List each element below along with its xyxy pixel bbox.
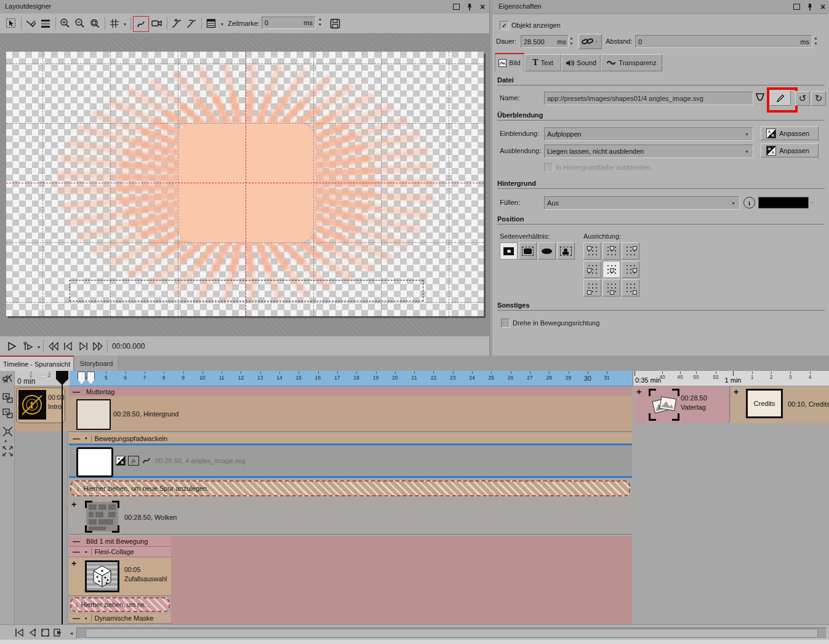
select-tool-button[interactable]	[4, 16, 18, 31]
maximize-icon[interactable]	[451, 2, 461, 12]
zoom-in-button[interactable]	[58, 16, 73, 31]
goto-start-button[interactable]	[14, 627, 25, 638]
align-bottom-center-button[interactable]	[603, 279, 620, 296]
group-header-bewegungspfad[interactable]: — • Bewegungspfadwackeln	[69, 433, 632, 443]
vatertag-thumbnail[interactable]	[650, 390, 678, 419]
scroll-left-arrow[interactable]: ◂	[68, 628, 75, 638]
group-header-flexi[interactable]: — • Flexi-Collage	[69, 547, 171, 557]
grid-dropdown-arrow[interactable]: ▼	[122, 21, 128, 27]
credits-thumbnail[interactable]: Credits	[746, 389, 783, 418]
hintergrund-thumbnail[interactable]	[76, 399, 111, 430]
ausblendung-anpassen-button[interactable]: BA Anpassen	[761, 143, 819, 157]
layers-button[interactable]	[38, 16, 53, 31]
ruler-seconds[interactable]: 4567891011121314151617181920212223242526…	[70, 371, 633, 386]
grid-button[interactable]	[107, 16, 122, 31]
pin-icon[interactable]	[805, 2, 815, 12]
expand-tracks-button[interactable]	[1, 445, 14, 457]
next-frame-button[interactable]	[76, 340, 90, 352]
expand-icon[interactable]: +	[734, 387, 739, 397]
play-from-marker-button[interactable]	[21, 340, 36, 352]
mute-track-button[interactable]	[1, 373, 14, 385]
align-bottom-left-button[interactable]	[583, 279, 601, 296]
drehe-checkbox[interactable]	[501, 319, 510, 328]
toolbar-caret-icon[interactable]: ▸	[5, 439, 7, 443]
ausblendung-dropdown[interactable]: Liegen lassen, nicht ausblenden ▼	[544, 145, 753, 158]
collapse-icon[interactable]: —	[73, 435, 80, 442]
collapse-icon[interactable]: —	[73, 389, 80, 395]
rotate-ccw-button[interactable]: ↺	[795, 91, 810, 106]
aspect-crop-button[interactable]	[557, 242, 575, 260]
align-middle-left-button[interactable]	[583, 261, 601, 278]
wolken-thumbnail[interactable]	[86, 502, 118, 531]
einblendung-anpassen-button[interactable]: AB Anpassen	[761, 126, 819, 140]
remove-curve-button[interactable]	[184, 16, 199, 31]
objekt-anzeigen-checkbox[interactable]: ✓	[500, 21, 509, 30]
close-icon[interactable]: ×	[478, 2, 487, 12]
dauer-input[interactable]: 28.500 ms	[521, 35, 569, 48]
collapse-icon[interactable]: —	[73, 538, 80, 544]
play-options-dropdown-arrow[interactable]: ▼	[36, 344, 42, 350]
shape-mask-button[interactable]	[753, 90, 767, 105]
maximize-icon[interactable]	[791, 2, 801, 12]
remove-object-button[interactable]	[1, 407, 14, 419]
rotate-cw-button[interactable]: ↻	[811, 91, 826, 106]
group-vatertag[interactable]: + 00:28.50 Vatertag	[634, 386, 730, 423]
rewind-button[interactable]	[47, 340, 60, 352]
align-bottom-right-button[interactable]	[622, 279, 639, 296]
aspect-fill-button[interactable]	[519, 242, 537, 260]
dropzone-new-track-small[interactable]: ↓ Hierher ziehen, um ne...	[70, 597, 170, 612]
zoom-fit-button[interactable]	[87, 16, 102, 31]
einblendung-dropdown[interactable]: Aufploppen ▼	[544, 127, 753, 141]
smooth-path-button[interactable]	[23, 16, 38, 31]
tab-transparenz[interactable]: Transparenz	[601, 54, 662, 71]
abstand-spinner[interactable]: ▲ ▼	[812, 35, 819, 47]
tab-storyboard[interactable]: Storyboard	[74, 356, 119, 371]
add-object-button[interactable]	[1, 392, 14, 404]
fit-view-button[interactable]	[39, 627, 50, 638]
align-top-center-button[interactable]	[603, 242, 620, 260]
align-top-right-button[interactable]	[622, 242, 639, 260]
group-credits[interactable]: + Credits 00:10, Credits	[731, 386, 829, 423]
tab-text[interactable]: T Text	[524, 54, 561, 71]
group-header-dynamische-maske[interactable]: — • Dynamische Maske	[69, 613, 171, 624]
add-curve-button[interactable]	[169, 16, 184, 31]
tab-bild[interactable]: Bild	[495, 53, 524, 71]
fuellen-dropdown[interactable]: Aus ▼	[544, 196, 740, 210]
zufallsauswahl-thumbnail[interactable]	[85, 560, 119, 592]
expand-icon[interactable]: +	[71, 499, 76, 509]
align-middle-center-button[interactable]	[603, 261, 620, 278]
save-button[interactable]	[327, 16, 342, 31]
group-header-bild1[interactable]: — Bild 1 mit Bewegung	[69, 536, 171, 547]
group-header-muttertag[interactable]: — Muttertag	[69, 387, 632, 396]
collapse-icon[interactable]: —	[73, 615, 80, 621]
previous-frame-button[interactable]	[62, 340, 75, 352]
align-top-left-button[interactable]	[583, 242, 601, 260]
track-row-angles-selected[interactable]: AB fx 00:28.50, 4 angles_image.svg	[69, 443, 632, 478]
aspect-stretch-button[interactable]	[538, 242, 556, 260]
horizontal-scrollbar-thumb[interactable]	[86, 629, 818, 638]
name-input[interactable]: app://presets/images/shapes01/4 angles_i…	[544, 92, 753, 105]
info-icon[interactable]: i	[743, 197, 755, 209]
intro-clip[interactable]: 1 00:03 Intro	[16, 388, 65, 423]
align-middle-right-button[interactable]	[622, 261, 639, 278]
aspect-original-button[interactable]	[500, 242, 518, 260]
angles-thumbnail[interactable]	[76, 447, 113, 477]
camera-button[interactable]	[150, 16, 164, 31]
expand-icon[interactable]: +	[636, 387, 641, 397]
edit-file-button[interactable]	[770, 90, 791, 106]
ruler-minutes[interactable]: 0:35 min404550551 min1234	[633, 371, 829, 386]
goto-previous-button[interactable]	[26, 627, 38, 638]
play-button[interactable]	[5, 340, 18, 352]
zeitmarke-spinner[interactable]: ▲ ▼	[316, 17, 324, 28]
link-duration-button[interactable]: ▼	[579, 34, 602, 49]
collapse-icon[interactable]: —	[73, 549, 80, 555]
object-list-dropdown-arrow[interactable]: ▼	[219, 21, 225, 27]
collapse-tracks-button[interactable]	[1, 425, 14, 437]
selection-rect[interactable]	[70, 280, 423, 301]
tab-sound[interactable]: Sound	[561, 54, 601, 71]
pin-icon[interactable]	[465, 2, 475, 12]
dropzone-new-track[interactable]: ↓ Hierher ziehen, um neue Spur anzulegen…	[70, 480, 630, 496]
sunburst-object[interactable]	[6, 52, 484, 316]
object-list-button[interactable]	[204, 16, 218, 31]
zoom-out-button[interactable]	[73, 16, 87, 31]
